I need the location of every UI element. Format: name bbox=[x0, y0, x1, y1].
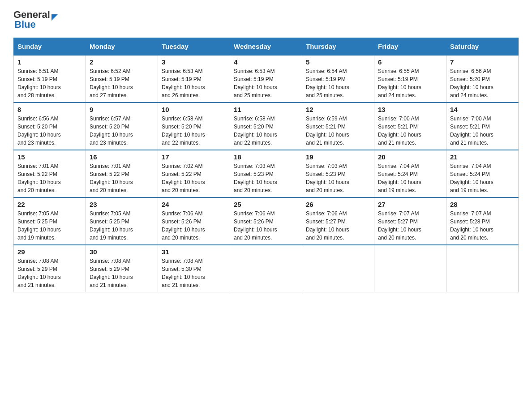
calendar-cell: 12 Sunrise: 6:59 AMSunset: 5:21 PMDaylig… bbox=[302, 103, 374, 150]
calendar-cell: 17 Sunrise: 7:02 AMSunset: 5:22 PMDaylig… bbox=[158, 150, 230, 197]
logo-blue-text: Blue bbox=[14, 19, 36, 30]
weekday-header-monday: Monday bbox=[86, 38, 158, 56]
calendar-cell: 19 Sunrise: 7:03 AMSunset: 5:23 PMDaylig… bbox=[302, 150, 374, 197]
day-info: Sunrise: 7:00 AMSunset: 5:21 PMDaylight:… bbox=[378, 116, 421, 146]
calendar-cell: 9 Sunrise: 6:57 AMSunset: 5:20 PMDayligh… bbox=[86, 103, 158, 150]
day-info: Sunrise: 6:53 AMSunset: 5:19 PMDaylight:… bbox=[162, 68, 205, 98]
day-number: 9 bbox=[90, 106, 154, 113]
weekday-header-saturday: Saturday bbox=[446, 38, 519, 56]
day-info: Sunrise: 7:00 AMSunset: 5:21 PMDaylight:… bbox=[450, 116, 493, 146]
day-info: Sunrise: 7:06 AMSunset: 5:26 PMDaylight:… bbox=[234, 210, 277, 241]
day-number: 26 bbox=[306, 201, 370, 208]
day-number: 6 bbox=[378, 58, 442, 66]
day-info: Sunrise: 7:06 AMSunset: 5:27 PMDaylight:… bbox=[306, 210, 349, 241]
calendar-cell: 3 Sunrise: 6:53 AMSunset: 5:19 PMDayligh… bbox=[158, 55, 230, 103]
day-info: Sunrise: 6:53 AMSunset: 5:19 PMDaylight:… bbox=[234, 68, 277, 98]
day-info: Sunrise: 7:05 AMSunset: 5:25 PMDaylight:… bbox=[17, 210, 61, 241]
day-number: 13 bbox=[378, 106, 442, 113]
day-number: 19 bbox=[306, 153, 370, 161]
day-info: Sunrise: 6:56 AMSunset: 5:20 PMDaylight:… bbox=[450, 68, 493, 98]
calendar-cell: 13 Sunrise: 7:00 AMSunset: 5:21 PMDaylig… bbox=[374, 103, 446, 150]
day-info: Sunrise: 6:54 AMSunset: 5:19 PMDaylight:… bbox=[306, 68, 349, 98]
page-header: General Blue bbox=[13, 9, 519, 30]
calendar-week-row: 15 Sunrise: 7:01 AMSunset: 5:22 PMDaylig… bbox=[14, 150, 519, 197]
day-number: 28 bbox=[450, 201, 515, 208]
day-number: 25 bbox=[234, 201, 298, 208]
calendar-cell bbox=[446, 245, 519, 292]
day-info: Sunrise: 7:05 AMSunset: 5:25 PMDaylight:… bbox=[90, 210, 133, 241]
day-number: 10 bbox=[162, 106, 226, 113]
day-info: Sunrise: 7:07 AMSunset: 5:28 PMDaylight:… bbox=[450, 210, 493, 241]
day-info: Sunrise: 7:04 AMSunset: 5:24 PMDaylight:… bbox=[450, 163, 493, 193]
weekday-header-thursday: Thursday bbox=[302, 38, 374, 56]
calendar-cell: 29 Sunrise: 7:08 AMSunset: 5:29 PMDaylig… bbox=[14, 245, 86, 292]
calendar-cell: 21 Sunrise: 7:04 AMSunset: 5:24 PMDaylig… bbox=[446, 150, 519, 197]
calendar-cell: 10 Sunrise: 6:58 AMSunset: 5:20 PMDaylig… bbox=[158, 103, 230, 150]
day-number: 24 bbox=[162, 201, 226, 208]
day-number: 7 bbox=[450, 58, 515, 66]
calendar-week-row: 22 Sunrise: 7:05 AMSunset: 5:25 PMDaylig… bbox=[14, 197, 519, 245]
day-info: Sunrise: 7:01 AMSunset: 5:22 PMDaylight:… bbox=[90, 163, 133, 193]
day-info: Sunrise: 6:56 AMSunset: 5:20 PMDaylight:… bbox=[17, 116, 61, 146]
calendar-cell bbox=[302, 245, 374, 292]
day-number: 23 bbox=[90, 201, 154, 208]
weekday-header-wednesday: Wednesday bbox=[230, 38, 302, 56]
calendar-cell: 6 Sunrise: 6:55 AMSunset: 5:19 PMDayligh… bbox=[374, 55, 446, 103]
day-info: Sunrise: 7:04 AMSunset: 5:24 PMDaylight:… bbox=[378, 163, 421, 193]
day-info: Sunrise: 7:01 AMSunset: 5:22 PMDaylight:… bbox=[17, 163, 61, 193]
weekday-header-tuesday: Tuesday bbox=[158, 38, 230, 56]
calendar-cell: 16 Sunrise: 7:01 AMSunset: 5:22 PMDaylig… bbox=[86, 150, 158, 197]
day-number: 1 bbox=[17, 58, 82, 66]
day-number: 8 bbox=[17, 106, 82, 113]
day-number: 11 bbox=[234, 106, 298, 113]
day-info: Sunrise: 7:08 AMSunset: 5:29 PMDaylight:… bbox=[17, 258, 61, 288]
calendar-cell: 24 Sunrise: 7:06 AMSunset: 5:26 PMDaylig… bbox=[158, 197, 230, 245]
calendar-cell: 22 Sunrise: 7:05 AMSunset: 5:25 PMDaylig… bbox=[14, 197, 86, 245]
calendar-week-row: 8 Sunrise: 6:56 AMSunset: 5:20 PMDayligh… bbox=[14, 103, 519, 150]
weekday-header-friday: Friday bbox=[374, 38, 446, 56]
day-info: Sunrise: 7:02 AMSunset: 5:22 PMDaylight:… bbox=[162, 163, 205, 193]
day-info: Sunrise: 7:08 AMSunset: 5:29 PMDaylight:… bbox=[90, 258, 133, 288]
calendar-cell: 14 Sunrise: 7:00 AMSunset: 5:21 PMDaylig… bbox=[446, 103, 519, 150]
day-number: 29 bbox=[17, 248, 82, 256]
calendar-cell: 20 Sunrise: 7:04 AMSunset: 5:24 PMDaylig… bbox=[374, 150, 446, 197]
calendar-cell: 4 Sunrise: 6:53 AMSunset: 5:19 PMDayligh… bbox=[230, 55, 302, 103]
day-info: Sunrise: 6:51 AMSunset: 5:19 PMDaylight:… bbox=[17, 68, 61, 98]
calendar-week-row: 29 Sunrise: 7:08 AMSunset: 5:29 PMDaylig… bbox=[14, 245, 519, 292]
calendar-cell: 23 Sunrise: 7:05 AMSunset: 5:25 PMDaylig… bbox=[86, 197, 158, 245]
calendar-cell: 8 Sunrise: 6:56 AMSunset: 5:20 PMDayligh… bbox=[14, 103, 86, 150]
day-number: 15 bbox=[17, 153, 82, 161]
calendar-cell: 11 Sunrise: 6:58 AMSunset: 5:20 PMDaylig… bbox=[230, 103, 302, 150]
calendar-table: SundayMondayTuesdayWednesdayThursdayFrid… bbox=[13, 38, 519, 292]
day-info: Sunrise: 6:58 AMSunset: 5:20 PMDaylight:… bbox=[234, 116, 277, 146]
day-number: 27 bbox=[378, 201, 442, 208]
calendar-cell: 25 Sunrise: 7:06 AMSunset: 5:26 PMDaylig… bbox=[230, 197, 302, 245]
day-number: 17 bbox=[162, 153, 226, 161]
day-info: Sunrise: 6:58 AMSunset: 5:20 PMDaylight:… bbox=[162, 116, 205, 146]
day-number: 30 bbox=[90, 248, 154, 256]
day-number: 18 bbox=[234, 153, 298, 161]
day-number: 5 bbox=[306, 58, 370, 66]
day-info: Sunrise: 6:52 AMSunset: 5:19 PMDaylight:… bbox=[90, 68, 133, 98]
day-info: Sunrise: 7:08 AMSunset: 5:30 PMDaylight:… bbox=[162, 258, 205, 288]
calendar-cell: 18 Sunrise: 7:03 AMSunset: 5:23 PMDaylig… bbox=[230, 150, 302, 197]
day-info: Sunrise: 7:06 AMSunset: 5:26 PMDaylight:… bbox=[162, 210, 205, 241]
calendar-cell bbox=[374, 245, 446, 292]
logo: General Blue bbox=[13, 9, 58, 30]
day-info: Sunrise: 7:07 AMSunset: 5:27 PMDaylight:… bbox=[378, 210, 421, 241]
calendar-cell: 7 Sunrise: 6:56 AMSunset: 5:20 PMDayligh… bbox=[446, 55, 519, 103]
calendar-cell: 5 Sunrise: 6:54 AMSunset: 5:19 PMDayligh… bbox=[302, 55, 374, 103]
day-info: Sunrise: 7:03 AMSunset: 5:23 PMDaylight:… bbox=[306, 163, 349, 193]
calendar-week-row: 1 Sunrise: 6:51 AMSunset: 5:19 PMDayligh… bbox=[14, 55, 519, 103]
day-info: Sunrise: 6:57 AMSunset: 5:20 PMDaylight:… bbox=[90, 116, 133, 146]
calendar-cell: 2 Sunrise: 6:52 AMSunset: 5:19 PMDayligh… bbox=[86, 55, 158, 103]
calendar-cell: 31 Sunrise: 7:08 AMSunset: 5:30 PMDaylig… bbox=[158, 245, 230, 292]
calendar-cell: 15 Sunrise: 7:01 AMSunset: 5:22 PMDaylig… bbox=[14, 150, 86, 197]
day-info: Sunrise: 6:55 AMSunset: 5:19 PMDaylight:… bbox=[378, 68, 421, 98]
calendar-cell: 26 Sunrise: 7:06 AMSunset: 5:27 PMDaylig… bbox=[302, 197, 374, 245]
day-number: 14 bbox=[450, 106, 515, 113]
calendar-cell: 27 Sunrise: 7:07 AMSunset: 5:27 PMDaylig… bbox=[374, 197, 446, 245]
day-number: 21 bbox=[450, 153, 515, 161]
day-number: 16 bbox=[90, 153, 154, 161]
calendar-cell: 28 Sunrise: 7:07 AMSunset: 5:28 PMDaylig… bbox=[446, 197, 519, 245]
